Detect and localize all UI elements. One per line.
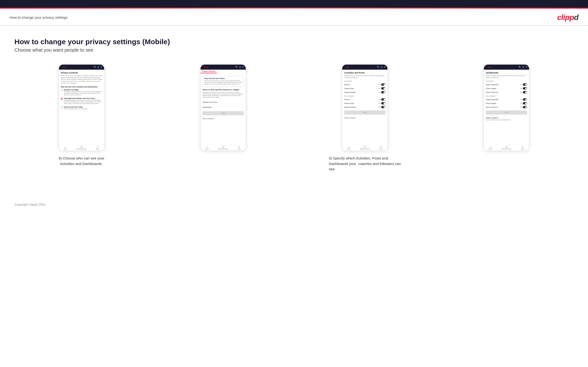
coaches-rounds-toggle[interactable] xyxy=(381,83,386,86)
followers-what-to-work-row: What To Work On ON xyxy=(486,105,527,109)
mockup-bottom-nav-1: ⌂Home 📈My Performance ≡Menu xyxy=(59,144,104,150)
followers-rounds-toggle-container[interactable]: ON xyxy=(379,98,386,101)
caption-3: 5) Specify which Activities, Posts and D… xyxy=(329,156,401,172)
caption-1: 4) Choose who can see your Activities an… xyxy=(53,156,110,167)
list-label-dashboards: Dashboards xyxy=(202,106,212,108)
nav-performance-4[interactable]: 📈My Performance xyxy=(502,146,511,150)
list-item-dashboards[interactable]: Dashboards › xyxy=(202,105,244,110)
nav-home-3[interactable]: ⌂Home xyxy=(347,146,351,150)
coaches-rounds-on-label: ON xyxy=(379,84,380,85)
save-button-3[interactable]: Save xyxy=(344,110,386,115)
coaches-player-dashboard-row: Player Dashboard ON xyxy=(486,83,527,86)
screenshot-group-3: ‹Back 🔍👤☰ Activities and Posts Select th… xyxy=(298,64,432,172)
coaches-round-insights-toggle[interactable] xyxy=(523,87,527,90)
coaches-player-dashboard-toggle-container[interactable]: ON xyxy=(520,83,527,86)
radio-everyone[interactable] xyxy=(61,89,63,91)
list-item-activities[interactable]: Activities and Posts › xyxy=(202,100,244,105)
tab-bar-2: Privacy Controls xyxy=(200,70,246,74)
screenshots-row: ‹Back 🔍👤☰ Privacy Controls Control how a… xyxy=(14,64,574,172)
show-hide-desc: Regardless of the privacy controls that … xyxy=(202,92,244,98)
nav-menu-4[interactable]: ≡Menu xyxy=(521,146,525,150)
followers-round-insights-row: Round Insights ON xyxy=(486,101,527,105)
nav-home-1[interactable]: ⌂Home xyxy=(63,146,67,150)
tab-privacy-controls[interactable]: Privacy Controls xyxy=(200,70,217,73)
screenshot-group-4: ‹Back 🔍👤☰ Dashboards Select the dashboar… xyxy=(440,64,574,156)
followers-round-insights-toggle[interactable] xyxy=(523,102,527,104)
followers-what-to-work-label: What To Work On xyxy=(486,106,498,108)
nav-menu-1[interactable]: ≡Menu xyxy=(96,146,99,150)
radio-option-everyone[interactable]: Everyone on Clippd Everyone on Clippd ca… xyxy=(61,89,102,96)
followers-drills-toggle-container[interactable]: ON xyxy=(379,102,386,104)
topbar-icons-3: 🔍👤☰ xyxy=(377,66,386,68)
coaches-manual-on-label: ON xyxy=(379,92,380,93)
back-button-3[interactable]: ‹Back xyxy=(344,66,350,68)
card-desc-2: Only you and the coaches you connect wit… xyxy=(204,80,242,85)
topbar-icons-4: 🔍👤☰ xyxy=(519,66,527,68)
nav-home-4[interactable]: ⌂Home xyxy=(489,146,492,150)
followers-rounds-toggle[interactable] xyxy=(381,98,386,101)
screenshot-group-2: ‹Back 🔍👤☰ Privacy Controls Only You and … xyxy=(156,64,290,156)
mockup-bottom-nav-4: ⌂Home 📈My Performance ≡Menu xyxy=(484,144,529,150)
dashboards-title: Dashboards xyxy=(486,72,527,74)
followers-drills-label: Practice Drills xyxy=(344,103,354,104)
page-subheading: Choose what you want people to see xyxy=(14,47,574,53)
nav-menu-3[interactable]: ≡Menu xyxy=(379,146,383,150)
coaches-label-4: COACHES xyxy=(486,80,527,82)
back-button-4[interactable]: ‹Back xyxy=(486,66,491,68)
followers-drills-toggle[interactable] xyxy=(381,102,386,104)
followers-player-dashboard-toggle-container[interactable]: ON xyxy=(520,98,527,101)
coaches-label-3: COACHES xyxy=(344,80,386,82)
followers-manual-row: Manual Activities ON xyxy=(344,105,386,109)
coaches-drills-row: Practice Drills ON xyxy=(344,86,386,90)
followers-label-3: FOLLOWERS xyxy=(344,95,386,97)
header-title: How to change your privacy settings xyxy=(10,15,68,19)
coaches-what-to-work-toggle[interactable] xyxy=(523,91,527,93)
help-support-4-desc: Visit our Clippd community to troublesho… xyxy=(486,119,527,121)
radio-desc-approved: Only approved followers and coaches you … xyxy=(64,100,102,104)
coaches-player-dashboard-label: Player Dashboard xyxy=(486,84,498,85)
followers-manual-toggle[interactable] xyxy=(381,106,386,108)
nav-menu-2[interactable]: ≡Menu xyxy=(238,146,241,150)
privacy-controls-desc-1: Control how and your data appears to eve… xyxy=(61,75,102,84)
dashboards-desc: Select the dashboards that you'd like to… xyxy=(486,75,527,79)
radio-approved[interactable] xyxy=(61,98,63,100)
save-button-4[interactable]: Save xyxy=(486,110,527,115)
followers-player-dashboard-toggle[interactable] xyxy=(523,98,527,101)
coaches-player-dashboard-toggle[interactable] xyxy=(523,83,527,86)
help-support-4-title: Help & Support xyxy=(486,116,527,119)
nav-performance-2[interactable]: 📈My Performance xyxy=(218,146,228,150)
save-button-2[interactable]: Save xyxy=(202,111,244,115)
followers-player-dashboard-label: Player Dashboard xyxy=(486,99,498,100)
coaches-round-insights-toggle-container[interactable]: ON xyxy=(520,87,527,90)
list-label-activities: Activities and Posts xyxy=(202,101,217,103)
mockup-topbar-2: ‹Back 🔍👤☰ xyxy=(200,65,246,70)
nav-home-2[interactable]: ⌂Home xyxy=(205,146,209,150)
mobile-mockup-2: ‹Back 🔍👤☰ Privacy Controls Only You and … xyxy=(200,64,246,151)
mockup-body-2: Only You and Your Coach Only you and the… xyxy=(200,75,246,144)
followers-what-to-work-toggle[interactable] xyxy=(523,106,527,108)
coaches-manual-toggle[interactable] xyxy=(381,91,386,93)
followers-round-insights-toggle-container[interactable]: ON xyxy=(520,102,527,104)
coaches-rounds-label: Rounds xyxy=(344,84,349,85)
nav-performance-3[interactable]: 📈My Performance xyxy=(360,146,370,150)
coaches-rounds-toggle-container[interactable]: ON xyxy=(379,83,386,86)
followers-manual-toggle-container[interactable]: ON xyxy=(379,106,386,108)
topbar-icons-1: 🔍👤☰ xyxy=(94,66,102,68)
coaches-drills-toggle[interactable] xyxy=(381,87,386,90)
privacy-controls-title-1: Privacy Controls xyxy=(61,72,102,74)
mobile-mockup-1: ‹Back 🔍👤☰ Privacy Controls Control how a… xyxy=(59,64,104,151)
followers-label-4: FOLLOWERS xyxy=(486,95,527,97)
nav-performance-1[interactable]: 📈My Performance xyxy=(77,146,86,150)
back-button-2[interactable]: ‹Back xyxy=(202,66,208,68)
back-button-1[interactable]: ‹Back xyxy=(61,66,66,68)
radio-coach-only[interactable] xyxy=(61,106,63,108)
radio-label-everyone: Everyone on Clippd xyxy=(64,89,102,91)
coaches-drills-toggle-container[interactable]: ON xyxy=(379,87,386,90)
coaches-what-to-work-toggle-container[interactable]: ON xyxy=(520,91,527,93)
coaches-manual-toggle-container[interactable]: ON xyxy=(379,91,386,93)
radio-option-approved[interactable]: Only Approved Followers and Your Coach O… xyxy=(61,98,102,104)
radio-option-coach-only[interactable]: Only You and Your Coach Only you and the… xyxy=(61,106,102,110)
topbar-icons-2: 🔍👤☰ xyxy=(235,66,244,68)
coaches-round-insights-label: Round Insights xyxy=(486,88,496,89)
followers-what-to-work-toggle-container[interactable]: ON xyxy=(520,106,527,108)
